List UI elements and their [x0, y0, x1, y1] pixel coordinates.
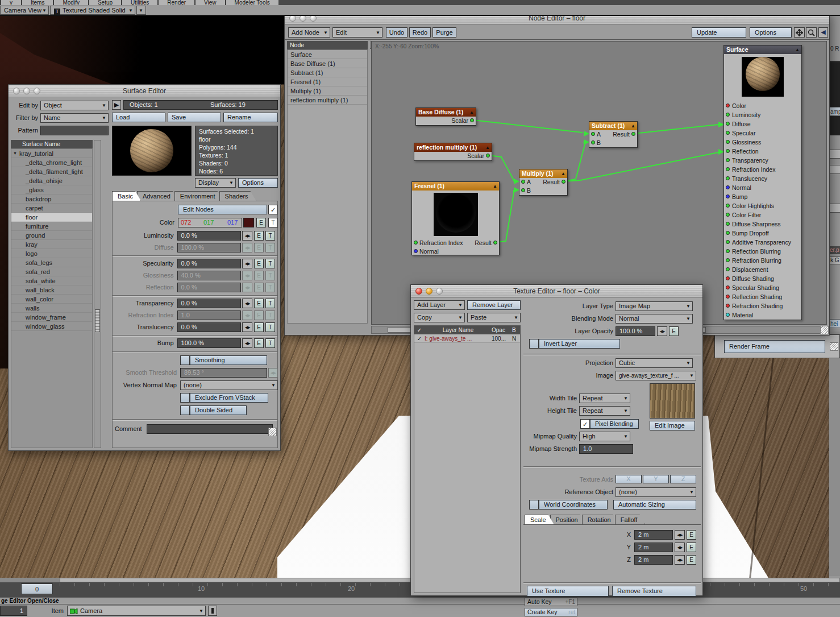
- output-socket[interactable]: [562, 180, 565, 184]
- blending-mode-dropdown[interactable]: Normal▼: [616, 314, 693, 324]
- frame-slider[interactable]: 0: [21, 583, 53, 594]
- menu-tab[interactable]: View: [194, 0, 225, 5]
- undo-button[interactable]: Undo: [386, 27, 407, 38]
- input-socket[interactable]: [726, 158, 730, 162]
- output-socket[interactable]: [493, 241, 497, 245]
- clipped-button[interactable]: amp: [829, 107, 840, 116]
- exclude-vstack-button[interactable]: Exclude From VStack: [190, 393, 268, 403]
- remove-texture-button[interactable]: Remove Texture: [612, 586, 696, 597]
- node-multiply[interactable]: Multiply (1)▲ A Result B: [519, 169, 568, 196]
- node-reflection-multiply[interactable]: reflection multiply (1)▲ Scalar: [414, 143, 492, 161]
- collapse-icon[interactable]: ▲: [795, 45, 800, 54]
- item-lock-button[interactable]: [208, 606, 217, 616]
- node-surface[interactable]: Surface▲ Color Luminosity Diffuse: [723, 45, 802, 320]
- save-button[interactable]: Save: [168, 113, 221, 122]
- texture-button[interactable]: T: [265, 322, 275, 332]
- surface-node-input[interactable]: Diffuse Sharpness: [724, 220, 801, 229]
- color-texture-button[interactable]: T: [268, 218, 278, 227]
- output-socket[interactable]: [486, 154, 490, 158]
- item-dropdown[interactable]: Camera ▼: [67, 606, 206, 616]
- surface-list-item[interactable]: ▼ backdrop: [11, 194, 92, 204]
- exclude-vstack-checkbox[interactable]: [180, 393, 190, 403]
- property-value-field[interactable]: 0.0 %: [177, 259, 242, 268]
- surface-list-item[interactable]: ▼ ground: [11, 231, 92, 240]
- node-list-item[interactable]: Base Diffuse (1): [288, 59, 367, 68]
- menu-tab[interactable]: Modeler Tools: [225, 0, 278, 5]
- texture-button[interactable]: T: [265, 231, 275, 241]
- frame-number-field[interactable]: 1: [0, 606, 27, 616]
- mini-slider[interactable]: ◀▶: [657, 326, 667, 336]
- texture-button[interactable]: T: [265, 283, 275, 292]
- input-socket[interactable]: [414, 241, 418, 245]
- node-list-item[interactable]: Multiply (1): [288, 86, 367, 96]
- node-header[interactable]: reflection multiply (1)▲: [414, 143, 492, 152]
- mipmap-strength-field[interactable]: 1.0: [579, 444, 633, 454]
- color-swatch[interactable]: [243, 218, 254, 227]
- node-fresnel[interactable]: Fresnel (1)▲ Refraction Index Result Nor…: [411, 181, 500, 255]
- envelope-button[interactable]: E: [254, 259, 264, 268]
- double-sided-checkbox[interactable]: [180, 405, 190, 415]
- input-socket[interactable]: [726, 167, 730, 171]
- envelope-button[interactable]: E: [687, 530, 696, 540]
- surface-node-input[interactable]: Luminosity: [724, 110, 801, 119]
- clipped-button[interactable]: [829, 150, 840, 159]
- world-coordinates-checkbox[interactable]: [529, 500, 539, 510]
- menu-tab[interactable]: Setup: [88, 0, 121, 5]
- redo-button[interactable]: Redo: [409, 27, 431, 38]
- menu-tab[interactable]: Render: [157, 0, 194, 5]
- property-value-field[interactable]: 100.0 %: [177, 338, 242, 348]
- envelope-button[interactable]: E: [254, 338, 264, 348]
- input-socket[interactable]: [726, 304, 730, 308]
- input-socket[interactable]: [726, 140, 730, 144]
- input-socket[interactable]: [726, 295, 730, 299]
- filter-by-dropdown[interactable]: Name▼: [40, 113, 109, 123]
- purge-button[interactable]: Purge: [433, 27, 456, 38]
- surface-node-input[interactable]: Additive Transparency: [724, 238, 801, 247]
- input-socket[interactable]: [726, 240, 730, 244]
- surface-list-item[interactable]: ▼ logo: [11, 249, 92, 258]
- texture-editor-window[interactable]: Texture Editor – floor – Color Add Layer…: [410, 284, 703, 596]
- menu-tab[interactable]: Items: [21, 0, 53, 5]
- options-button[interactable]: Options: [238, 178, 278, 188]
- tab-scale[interactable]: Scale: [525, 515, 554, 524]
- input-socket[interactable]: [726, 249, 730, 253]
- surface-node-input[interactable]: Refraction Index: [724, 165, 801, 174]
- input-socket[interactable]: [726, 231, 730, 235]
- options-button[interactable]: Options: [750, 27, 792, 38]
- property-value-field[interactable]: 40.0 %: [177, 271, 242, 280]
- zoom-tool-button[interactable]: [806, 27, 817, 38]
- collapse-icon[interactable]: ▲: [493, 182, 497, 191]
- node-list-item[interactable]: Subtract (1): [288, 68, 367, 77]
- input-socket[interactable]: [726, 113, 730, 117]
- input-socket[interactable]: [726, 122, 730, 126]
- node-list-item[interactable]: Fresnel (1): [288, 77, 367, 86]
- layer-opacity-field[interactable]: 100.0 %: [616, 326, 655, 336]
- input-socket[interactable]: [726, 176, 730, 180]
- invert-layer-checkbox[interactable]: [529, 339, 539, 349]
- scale-value-field[interactable]: 2 m: [634, 555, 673, 565]
- resize-grip[interactable]: [830, 342, 838, 351]
- surface-node-input[interactable]: Refraction Shading: [724, 301, 801, 310]
- envelope-button[interactable]: E: [687, 555, 696, 565]
- collapse-panel-button[interactable]: ◀: [818, 27, 828, 38]
- surface-editor-window[interactable]: Surface Editor Edit by Object▼ Filter by…: [8, 84, 281, 451]
- comment-input[interactable]: [147, 424, 273, 434]
- surface-node-input[interactable]: Transparency: [724, 156, 801, 165]
- vertex-normal-map-dropdown[interactable]: (none)▼: [180, 380, 278, 390]
- surface-list-item[interactable]: ▼ _delta_ohisje: [11, 176, 92, 185]
- view-mode-dropdown[interactable]: Camera View▼: [0, 6, 49, 15]
- double-sided-button[interactable]: Double Sided: [190, 405, 247, 415]
- node-header[interactable]: Base Diffuse (1)▲: [416, 108, 476, 117]
- mini-slider[interactable]: ◀▶: [242, 259, 252, 268]
- surface-node-input[interactable]: Refraction Blurring: [724, 256, 801, 265]
- smooth-threshold-field[interactable]: 89.53 °: [180, 368, 267, 378]
- property-value-field[interactable]: 100.0 %: [177, 243, 242, 252]
- surface-list-item[interactable]: ▼ wall_color: [11, 295, 92, 304]
- tab-shaders[interactable]: Shaders: [219, 191, 256, 201]
- surface-node-input[interactable]: Displacement: [724, 265, 801, 274]
- input-socket[interactable]: [726, 258, 730, 262]
- surface-list-item[interactable]: ▼ _delta_filament_light: [11, 167, 92, 176]
- mini-slider[interactable]: ◀▶: [675, 543, 685, 552]
- auto-key-button[interactable]: Auto Key +F1: [525, 598, 577, 606]
- load-button[interactable]: Load: [112, 113, 165, 122]
